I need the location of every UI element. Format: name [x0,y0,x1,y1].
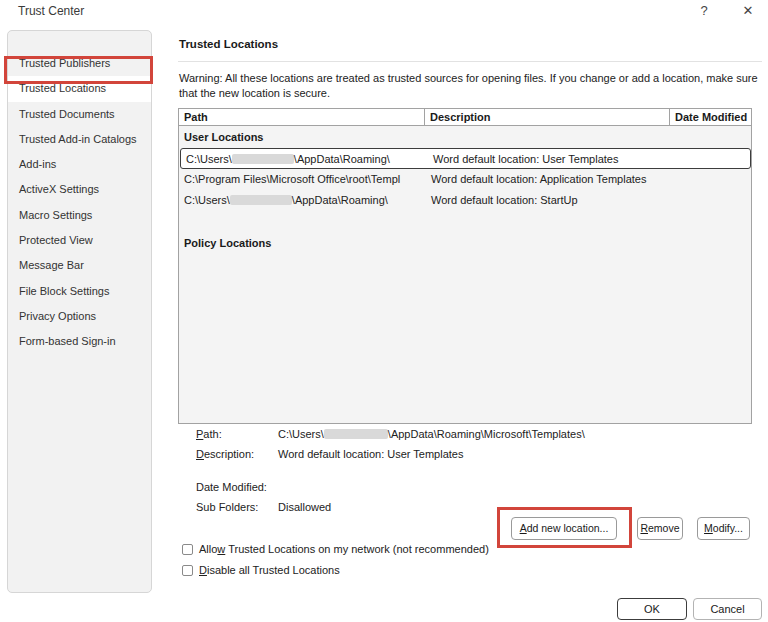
allow-network-locations-checkbox[interactable] [182,544,193,555]
group-header-user-locations: User Locations [179,127,751,148]
sidebar-item-trusted-publishers[interactable]: Trusted Publishers [8,51,151,76]
sidebar-item-trusted-addin-catalogs[interactable]: Trusted Add-in Catalogs [8,127,151,152]
table-header: Path Description Date Modified [179,109,751,126]
sidebar-item-add-ins[interactable]: Add-ins [8,152,151,177]
sidebar-item-form-based-sign-in[interactable]: Form-based Sign-in [8,329,151,354]
remove-button[interactable]: Remove [637,517,683,540]
cell-date-modified [672,149,750,168]
cancel-button[interactable]: Cancel [693,598,762,620]
cell-description: Word default location: Application Templ… [425,169,670,190]
column-header-date-modified[interactable]: Date Modified [670,109,751,125]
page-title: Trusted Locations [179,38,278,50]
sidebar-nav: Trusted Publishers Trusted Locations Tru… [7,30,152,593]
close-icon[interactable]: ✕ [738,3,758,23]
redacted-username [324,429,388,439]
sidebar-item-file-block-settings[interactable]: File Block Settings [8,279,151,304]
ok-button[interactable]: OK [617,598,687,620]
disable-all-locations-option: Disable all Trusted Locations [182,564,340,576]
trust-center-dialog: Trust Center ? ✕ Trusted Publishers Trus… [0,0,768,622]
allow-network-locations-label: Allow Trusted Locations on my network (n… [199,543,489,555]
cell-date-modified [670,190,751,211]
sidebar-item-protected-view[interactable]: Protected View [8,228,151,253]
disable-all-locations-checkbox[interactable] [182,565,193,576]
sidebar-item-macro-settings[interactable]: Macro Settings [8,203,151,228]
warning-text: Warning: All these locations are treated… [179,71,761,101]
sidebar-item-privacy-options[interactable]: Privacy Options [8,304,151,329]
group-header-policy-locations: Policy Locations [179,233,751,254]
cell-date-modified [670,169,751,190]
modify-button[interactable]: Modify... [697,517,750,540]
cell-path: C:\Users\\AppData\Roaming\ [179,190,425,211]
cell-description: Word default location: User Templates [427,149,672,168]
dialog-title: Trust Center [18,4,84,18]
column-header-path[interactable]: Path [179,109,425,125]
sidebar-item-message-bar[interactable]: Message Bar [8,253,151,278]
cell-path: C:\Users\\AppData\Roaming\ [181,149,427,168]
sidebar-item-activex-settings[interactable]: ActiveX Settings [8,177,151,202]
allow-network-locations-option: Allow Trusted Locations on my network (n… [182,543,489,555]
column-header-description[interactable]: Description [425,109,670,125]
disable-all-locations-label: Disable all Trusted Locations [199,564,340,576]
heading-divider [178,61,762,62]
redacted-username [232,154,294,164]
sidebar-item-trusted-documents[interactable]: Trusted Documents [8,102,151,127]
table-row-user-templates[interactable]: C:\Users\\AppData\Roaming\ Word default … [180,148,751,169]
trusted-locations-table: Path Description Date Modified User Loca… [178,108,752,424]
table-row-startup[interactable]: C:\Users\\AppData\Roaming\ Word default … [179,190,751,211]
cell-description: Word default location: StartUp [425,190,670,211]
help-icon[interactable]: ? [694,3,714,23]
cell-path: C:\Program Files\Microsoft Office\root\T… [179,169,425,190]
add-new-location-button[interactable]: Add new location... [511,517,617,540]
sidebar-item-trusted-locations[interactable]: Trusted Locations [8,76,151,101]
redacted-username [230,195,292,205]
table-row-application-templates[interactable]: C:\Program Files\Microsoft Office\root\T… [179,169,751,190]
